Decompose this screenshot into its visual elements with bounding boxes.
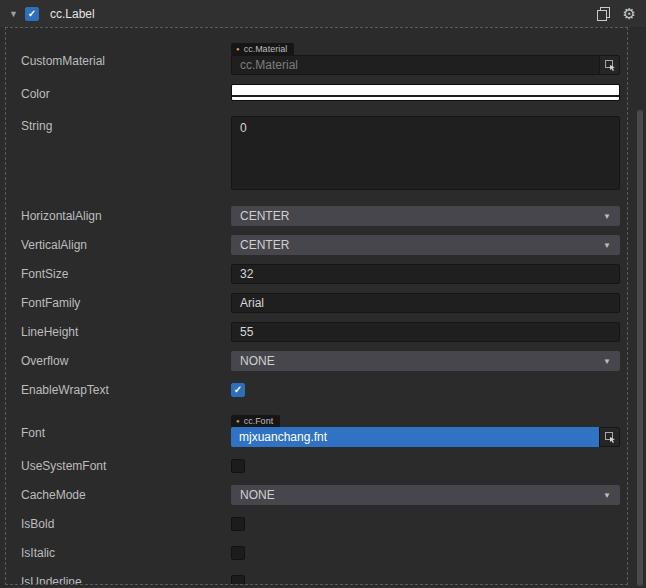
property-row-vertical-align: VerticalAlign CENTER ▼: [21, 235, 620, 255]
line-height-input[interactable]: [231, 322, 620, 342]
asset-type-dot-icon: ●: [236, 46, 240, 52]
color-alpha-bar: [232, 97, 619, 101]
property-row-is-bold: IsBold ✓: [21, 514, 620, 534]
is-italic-label: IsItalic: [21, 543, 231, 563]
component-body: CustomMaterial ● cc.Material cc.Material…: [5, 27, 628, 585]
custom-material-value: cc.Material: [231, 55, 599, 75]
property-row-use-system-font: UseSystemFont ✓: [21, 456, 620, 476]
dropdown-value: CENTER: [240, 238, 289, 252]
color-main-bar: [232, 85, 619, 95]
component-enabled-checkbox[interactable]: ✓: [25, 7, 39, 21]
horizontal-align-dropdown[interactable]: CENTER ▼: [231, 206, 620, 226]
scrollbar-thumb[interactable]: [637, 110, 643, 586]
string-textarea[interactable]: 0: [231, 116, 620, 190]
font-label: Font: [21, 409, 231, 447]
asset-type-badge: ● cc.Font: [231, 415, 280, 427]
property-row-is-italic: IsItalic ✓: [21, 543, 620, 563]
custom-material-field[interactable]: cc.Material: [231, 55, 620, 75]
property-row-horizontal-align: HorizontalAlign CENTER ▼: [21, 206, 620, 226]
cache-mode-dropdown[interactable]: NONE ▼: [231, 485, 620, 505]
is-bold-checkbox[interactable]: ✓: [231, 517, 245, 531]
chevron-down-icon: ▼: [603, 241, 611, 250]
font-size-input[interactable]: [231, 264, 620, 284]
docs-icon[interactable]: [597, 7, 610, 21]
color-swatch[interactable]: [231, 84, 620, 101]
asset-type-badge: ● cc.Material: [231, 43, 294, 55]
font-family-input[interactable]: [231, 293, 620, 313]
enable-wrap-text-checkbox[interactable]: ✓: [231, 383, 245, 397]
is-italic-checkbox[interactable]: ✓: [231, 546, 245, 560]
property-row-overflow: Overflow NONE ▼: [21, 351, 620, 371]
property-row-font: Font ● cc.Font mjxuanchang.fnt: [21, 409, 620, 447]
component-header: ▼ ✓ cc.Label ⚙: [0, 0, 646, 27]
gear-icon[interactable]: ⚙: [623, 6, 636, 21]
chevron-down-icon: ▼: [603, 357, 611, 366]
property-row-is-underline: IsUnderline ✓: [21, 572, 620, 585]
horizontal-align-label: HorizontalAlign: [21, 206, 231, 226]
asset-picker-button[interactable]: [599, 427, 620, 447]
line-height-label: LineHeight: [21, 322, 231, 342]
dropdown-value: NONE: [240, 488, 275, 502]
collapse-arrow-icon[interactable]: ▼: [9, 9, 25, 19]
use-system-font-checkbox[interactable]: ✓: [231, 459, 245, 473]
property-row-line-height: LineHeight: [21, 322, 620, 342]
vertical-align-dropdown[interactable]: CENTER ▼: [231, 235, 620, 255]
property-row-font-family: FontFamily: [21, 293, 620, 313]
property-row-cache-mode: CacheMode NONE ▼: [21, 485, 620, 505]
font-size-label: FontSize: [21, 264, 231, 284]
enable-wrap-text-label: EnableWrapText: [21, 380, 231, 400]
property-row-string: String 0: [21, 116, 620, 194]
is-underline-label: IsUnderline: [21, 572, 231, 585]
cache-mode-label: CacheMode: [21, 485, 231, 505]
dropdown-value: NONE: [240, 354, 275, 368]
font-asset-field[interactable]: mjxuanchang.fnt: [231, 427, 620, 447]
property-row-custom-material: CustomMaterial ● cc.Material cc.Material: [21, 37, 620, 75]
overflow-dropdown[interactable]: NONE ▼: [231, 351, 620, 371]
scrollbar[interactable]: [635, 27, 644, 588]
overflow-label: Overflow: [21, 351, 231, 371]
is-underline-checkbox[interactable]: ✓: [231, 575, 245, 585]
property-row-color: Color: [21, 84, 620, 104]
chevron-down-icon: ▼: [603, 491, 611, 500]
asset-picker-button[interactable]: [599, 55, 620, 75]
component-title: cc.Label: [50, 7, 597, 21]
font-family-label: FontFamily: [21, 293, 231, 313]
checkmark-icon: ✓: [234, 385, 242, 395]
custom-material-label: CustomMaterial: [21, 37, 231, 75]
asset-type-dot-icon: ●: [236, 418, 240, 424]
asset-type-name: cc.Material: [244, 44, 288, 54]
checkmark-icon: ✓: [28, 9, 36, 19]
vertical-align-label: VerticalAlign: [21, 235, 231, 255]
color-label: Color: [21, 84, 231, 104]
property-row-font-size: FontSize: [21, 264, 620, 284]
asset-type-name: cc.Font: [244, 416, 274, 426]
is-bold-label: IsBold: [21, 514, 231, 534]
font-asset-value: mjxuanchang.fnt: [231, 427, 599, 447]
string-label: String: [21, 116, 231, 194]
dropdown-value: CENTER: [240, 209, 289, 223]
use-system-font-label: UseSystemFont: [21, 456, 231, 476]
property-row-enable-wrap-text: EnableWrapText ✓: [21, 380, 620, 400]
chevron-down-icon: ▼: [603, 212, 611, 221]
